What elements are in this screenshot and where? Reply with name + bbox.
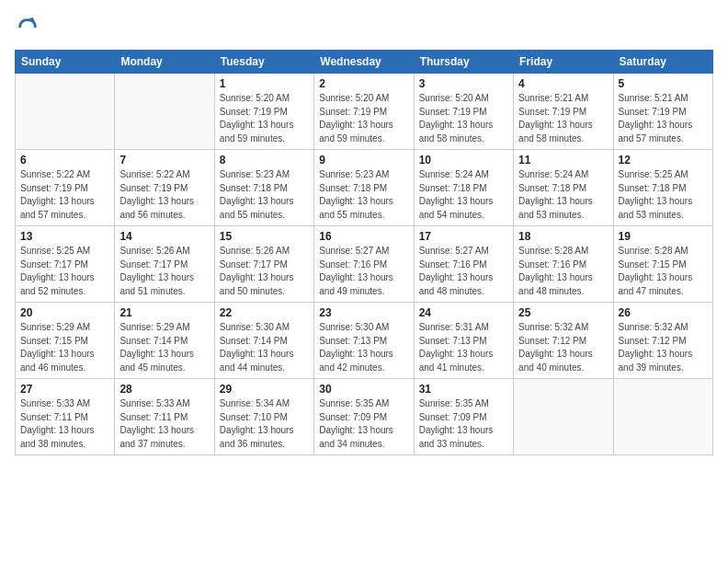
calendar-cell: 15Sunrise: 5:26 AM Sunset: 7:17 PM Dayli… [214, 226, 313, 303]
day-number: 14 [119, 230, 209, 243]
weekday-header-thursday: Thursday [414, 51, 513, 74]
day-number: 9 [319, 154, 408, 167]
day-info: Sunrise: 5:21 AM Sunset: 7:19 PM Dayligh… [619, 92, 708, 145]
day-info: Sunrise: 5:22 AM Sunset: 7:19 PM Dayligh… [20, 168, 109, 222]
calendar-cell: 27Sunrise: 5:33 AM Sunset: 7:11 PM Dayli… [16, 379, 115, 455]
calendar-cell [16, 74, 115, 150]
calendar-cell: 20Sunrise: 5:29 AM Sunset: 7:15 PM Dayli… [16, 303, 115, 379]
calendar-cell: 21Sunrise: 5:29 AM Sunset: 7:14 PM Dayli… [115, 303, 214, 379]
day-number: 4 [518, 77, 608, 90]
day-info: Sunrise: 5:33 AM Sunset: 7:11 PM Dayligh… [119, 397, 209, 451]
weekday-header-sunday: Sunday [16, 51, 115, 74]
day-info: Sunrise: 5:31 AM Sunset: 7:13 PM Dayligh… [419, 321, 508, 374]
calendar-cell: 3Sunrise: 5:20 AM Sunset: 7:19 PM Daylig… [414, 74, 513, 150]
page-header [15, 15, 713, 40]
calendar-cell: 12Sunrise: 5:25 AM Sunset: 7:18 PM Dayli… [613, 150, 712, 226]
calendar-cell: 26Sunrise: 5:32 AM Sunset: 7:12 PM Dayli… [613, 303, 712, 379]
day-number: 3 [419, 77, 508, 90]
calendar-cell: 22Sunrise: 5:30 AM Sunset: 7:14 PM Dayli… [214, 303, 313, 379]
calendar-cell: 23Sunrise: 5:30 AM Sunset: 7:13 PM Dayli… [314, 303, 414, 379]
calendar-cell: 16Sunrise: 5:27 AM Sunset: 7:16 PM Dayli… [314, 226, 414, 303]
day-number: 21 [119, 306, 209, 319]
day-info: Sunrise: 5:22 AM Sunset: 7:19 PM Dayligh… [119, 168, 209, 222]
weekday-header-friday: Friday [514, 51, 613, 74]
calendar-week-row: 6Sunrise: 5:22 AM Sunset: 7:19 PM Daylig… [16, 150, 713, 226]
weekday-header-monday: Monday [115, 51, 214, 74]
calendar-cell: 8Sunrise: 5:23 AM Sunset: 7:18 PM Daylig… [214, 150, 313, 226]
day-number: 12 [619, 154, 708, 167]
day-number: 8 [220, 154, 309, 167]
calendar-cell: 25Sunrise: 5:32 AM Sunset: 7:12 PM Dayli… [514, 303, 613, 379]
day-number: 17 [419, 230, 508, 243]
calendar-cell: 24Sunrise: 5:31 AM Sunset: 7:13 PM Dayli… [414, 303, 513, 379]
day-number: 22 [220, 306, 309, 319]
calendar-week-row: 20Sunrise: 5:29 AM Sunset: 7:15 PM Dayli… [16, 303, 713, 379]
day-number: 10 [419, 154, 508, 167]
calendar-week-row: 27Sunrise: 5:33 AM Sunset: 7:11 PM Dayli… [16, 379, 713, 455]
calendar-header-row: SundayMondayTuesdayWednesdayThursdayFrid… [16, 51, 713, 74]
day-number: 6 [20, 154, 109, 167]
day-info: Sunrise: 5:23 AM Sunset: 7:18 PM Dayligh… [319, 168, 408, 222]
day-info: Sunrise: 5:35 AM Sunset: 7:09 PM Dayligh… [319, 397, 408, 451]
calendar-cell: 18Sunrise: 5:28 AM Sunset: 7:16 PM Dayli… [514, 226, 613, 303]
day-number: 30 [319, 383, 408, 396]
day-number: 27 [20, 383, 109, 396]
calendar-cell: 10Sunrise: 5:24 AM Sunset: 7:18 PM Dayli… [414, 150, 513, 226]
day-info: Sunrise: 5:25 AM Sunset: 7:17 PM Dayligh… [20, 245, 109, 298]
calendar-cell [514, 379, 613, 455]
day-info: Sunrise: 5:26 AM Sunset: 7:17 PM Dayligh… [220, 245, 309, 298]
calendar-cell: 5Sunrise: 5:21 AM Sunset: 7:19 PM Daylig… [613, 74, 712, 150]
day-number: 2 [319, 77, 408, 90]
calendar-cell [115, 74, 214, 150]
day-number: 16 [319, 230, 408, 243]
calendar-cell: 28Sunrise: 5:33 AM Sunset: 7:11 PM Dayli… [115, 379, 214, 455]
calendar-cell: 30Sunrise: 5:35 AM Sunset: 7:09 PM Dayli… [314, 379, 414, 455]
day-number: 18 [518, 230, 608, 243]
day-number: 20 [20, 306, 109, 319]
weekday-header-saturday: Saturday [613, 51, 712, 74]
day-info: Sunrise: 5:24 AM Sunset: 7:18 PM Dayligh… [518, 168, 608, 222]
day-info: Sunrise: 5:24 AM Sunset: 7:18 PM Dayligh… [419, 168, 508, 222]
day-info: Sunrise: 5:21 AM Sunset: 7:19 PM Dayligh… [518, 92, 608, 145]
day-number: 31 [419, 383, 508, 396]
calendar-cell: 29Sunrise: 5:34 AM Sunset: 7:10 PM Dayli… [214, 379, 313, 455]
day-info: Sunrise: 5:28 AM Sunset: 7:16 PM Dayligh… [518, 245, 608, 298]
calendar-cell: 17Sunrise: 5:27 AM Sunset: 7:16 PM Dayli… [414, 226, 513, 303]
calendar-cell [613, 379, 712, 455]
weekday-header-tuesday: Tuesday [214, 51, 313, 74]
calendar-week-row: 13Sunrise: 5:25 AM Sunset: 7:17 PM Dayli… [16, 226, 713, 303]
day-number: 15 [220, 230, 309, 243]
day-info: Sunrise: 5:28 AM Sunset: 7:15 PM Dayligh… [619, 245, 708, 298]
day-info: Sunrise: 5:20 AM Sunset: 7:19 PM Dayligh… [319, 92, 408, 145]
day-number: 13 [20, 230, 109, 243]
day-number: 28 [119, 383, 209, 396]
calendar-cell: 14Sunrise: 5:26 AM Sunset: 7:17 PM Dayli… [115, 226, 214, 303]
calendar-cell: 11Sunrise: 5:24 AM Sunset: 7:18 PM Dayli… [514, 150, 613, 226]
day-info: Sunrise: 5:35 AM Sunset: 7:09 PM Dayligh… [419, 397, 508, 451]
calendar-cell: 4Sunrise: 5:21 AM Sunset: 7:19 PM Daylig… [514, 74, 613, 150]
calendar-cell: 9Sunrise: 5:23 AM Sunset: 7:18 PM Daylig… [314, 150, 414, 226]
calendar-table: SundayMondayTuesdayWednesdayThursdayFrid… [15, 50, 713, 455]
day-info: Sunrise: 5:23 AM Sunset: 7:18 PM Dayligh… [220, 168, 309, 222]
day-info: Sunrise: 5:33 AM Sunset: 7:11 PM Dayligh… [20, 397, 109, 451]
weekday-header-wednesday: Wednesday [314, 51, 414, 74]
day-number: 29 [220, 383, 309, 396]
day-number: 25 [518, 306, 608, 319]
calendar-cell: 31Sunrise: 5:35 AM Sunset: 7:09 PM Dayli… [414, 379, 513, 455]
day-info: Sunrise: 5:25 AM Sunset: 7:18 PM Dayligh… [619, 168, 708, 222]
day-info: Sunrise: 5:27 AM Sunset: 7:16 PM Dayligh… [419, 245, 508, 298]
logo-icon [15, 15, 40, 40]
calendar-cell: 1Sunrise: 5:20 AM Sunset: 7:19 PM Daylig… [214, 74, 313, 150]
day-info: Sunrise: 5:30 AM Sunset: 7:13 PM Dayligh… [319, 321, 408, 374]
day-number: 26 [619, 306, 708, 319]
day-info: Sunrise: 5:32 AM Sunset: 7:12 PM Dayligh… [619, 321, 708, 374]
day-info: Sunrise: 5:20 AM Sunset: 7:19 PM Dayligh… [220, 92, 309, 145]
calendar-cell: 19Sunrise: 5:28 AM Sunset: 7:15 PM Dayli… [613, 226, 712, 303]
day-info: Sunrise: 5:29 AM Sunset: 7:14 PM Dayligh… [119, 321, 209, 374]
day-info: Sunrise: 5:30 AM Sunset: 7:14 PM Dayligh… [220, 321, 309, 374]
day-info: Sunrise: 5:20 AM Sunset: 7:19 PM Dayligh… [419, 92, 508, 145]
day-info: Sunrise: 5:34 AM Sunset: 7:10 PM Dayligh… [220, 397, 309, 451]
day-info: Sunrise: 5:27 AM Sunset: 7:16 PM Dayligh… [319, 245, 408, 298]
day-info: Sunrise: 5:32 AM Sunset: 7:12 PM Dayligh… [518, 321, 608, 374]
day-number: 5 [619, 77, 708, 90]
